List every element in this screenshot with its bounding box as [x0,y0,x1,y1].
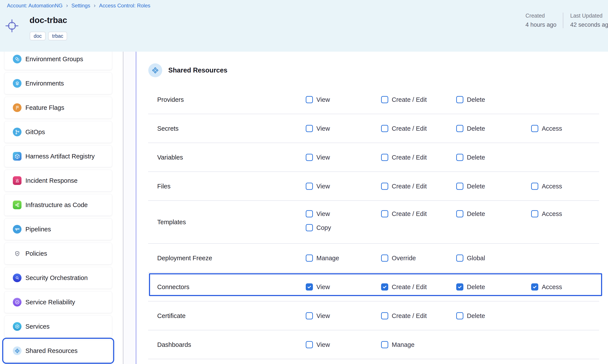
checkbox-files-create-edit[interactable] [381,182,388,190]
checkbox-files-view[interactable] [306,182,313,190]
checkbox-secrets-create-edit[interactable] [381,125,388,132]
checkbox-connectors-view[interactable] [306,283,313,290]
checkbox-templates-view[interactable] [306,210,313,218]
resource-name: Deployment Freeze [157,254,212,261]
permission-row-partial [148,359,599,364]
checkbox-certificate-view[interactable] [306,312,313,319]
environments-icon [13,79,22,88]
permission-cell: View [306,312,330,319]
checkbox-variables-view[interactable] [306,154,313,161]
sidebar-item-shared-resources[interactable]: Shared Resources [4,340,112,362]
permission-cell: View [306,96,330,103]
checkbox-variables-delete[interactable] [456,154,463,161]
checkbox-variables-create-edit[interactable] [381,154,388,161]
sidebar-item-pipelines[interactable]: Pipelines [4,218,112,240]
breadcrumb-separator: › [66,2,68,9]
checkbox-deployment-freeze-manage[interactable] [306,254,313,261]
checkbox-label: Delete [467,96,485,103]
checkbox-templates-delete[interactable] [456,210,463,218]
services-icon [13,322,22,331]
incident-response-icon [13,176,22,185]
checkbox-label: View [316,96,330,103]
checkbox-secrets-delete[interactable] [456,125,463,132]
checkbox-label: Copy [316,224,331,231]
sidebar-item-label: Pipelines [26,226,51,233]
sidebar-item-label: Environment Groups [26,56,83,63]
checkbox-templates-create-edit[interactable] [381,210,388,218]
sidebar-item-infrastructure-as-code[interactable]: Infrastructure as Code [4,194,112,216]
permission-cell: Delete [456,210,485,218]
checkbox-secrets-access[interactable] [531,125,538,132]
sidebar-item-label: Harness Artifact Registry [26,153,95,160]
checkbox-providers-delete[interactable] [456,96,463,103]
checkbox-label: View [316,182,330,190]
checkbox-label: Create / Edit [392,154,427,161]
permission-cell: View [306,341,330,348]
breadcrumb-account-link[interactable]: Account: AutomationNG [7,3,63,9]
sidebar-item-harness-artifact-registry[interactable]: Harness Artifact Registry [4,145,112,167]
sidebar-item-gitops[interactable]: GitOps [4,121,112,143]
pipelines-icon [13,225,22,234]
permission-cell: Access [531,182,562,190]
checkbox-connectors-create-edit[interactable] [381,283,388,290]
checkbox-templates-copy[interactable] [306,224,313,231]
checkbox-label: Delete [467,312,485,319]
permission-cell: Delete [456,283,485,290]
checkbox-label: View [316,283,330,290]
permission-cell: Delete [456,125,485,132]
checkbox-label: Delete [467,125,485,132]
permission-cell: Delete [456,96,485,103]
checkbox-files-delete[interactable] [456,182,463,190]
harness-artifact-registry-icon [13,152,22,161]
sidebar-item-incident-response[interactable]: Incident Response [4,170,112,191]
permission-cell: Manage [381,341,414,348]
permission-row-files: FilesViewCreate / EditDeleteAccess [148,172,599,201]
checkbox-dashboards-view[interactable] [306,341,313,348]
shared-resources-icon [13,346,22,355]
checkbox-files-access[interactable] [531,182,538,190]
sidebar-item-feature-flags[interactable]: Feature Flags [4,97,112,118]
checkbox-secrets-view[interactable] [306,125,313,132]
checkbox-label: Create / Edit [392,182,427,190]
permission-cell: Create / Edit [381,182,427,190]
sidebar-item-label: Policies [26,250,47,257]
sidebar-item-label: Services [26,323,50,330]
permission-cell: Create / Edit [381,283,427,290]
sidebar-item-services[interactable]: Services [4,316,112,337]
service-reliability-icon [13,298,22,306]
sidebar-item-security-orchestration[interactable]: Security Orchestration [4,267,112,289]
checkbox-connectors-delete[interactable] [456,283,463,290]
checkbox-dashboards-manage[interactable] [381,341,388,348]
tag-doc: doc [30,32,46,40]
sidebar-item-label: Security Orchestration [26,274,88,282]
checkbox-certificate-create-edit[interactable] [381,312,388,319]
breadcrumb-access-control-link[interactable]: Access Control: Roles [99,3,150,9]
permission-row-providers: ProvidersViewCreate / EditDelete [148,85,599,114]
sidebar-item-label: Incident Response [26,177,78,184]
sidebar-item-environment-groups[interactable]: Environment Groups [4,52,112,70]
page-title: doc-trbac [29,16,67,25]
tag-trbac: trbac [48,32,67,40]
checkbox-deployment-freeze-override[interactable] [381,254,388,261]
sidebar-item-service-reliability[interactable]: Service Reliability [4,291,112,313]
checkbox-label: Manage [392,341,414,348]
resource-name: Files [157,182,171,190]
resource-name: Certificate [157,312,186,319]
checkbox-providers-create-edit[interactable] [381,96,388,103]
permission-cell: Create / Edit [381,154,427,161]
checkbox-providers-view[interactable] [306,96,313,103]
sidebar-item-environments[interactable]: Environments [4,73,112,94]
last-updated-label: Last Updated [570,13,608,19]
checkbox-label: Create / Edit [392,210,427,218]
checkbox-certificate-delete[interactable] [456,312,463,319]
shared-resources-icon [148,63,162,77]
permission-cell: Global [456,254,485,261]
checkbox-templates-access[interactable] [531,210,538,218]
checkbox-deployment-freeze-global[interactable] [456,254,463,261]
checkbox-connectors-access[interactable] [531,283,538,290]
resource-name: Dashboards [157,341,191,348]
breadcrumb-settings-link[interactable]: Settings [71,3,90,9]
sidebar-item-policies[interactable]: Policies [4,243,112,264]
created-label: Created [526,13,563,19]
checkbox-label: Override [392,254,416,261]
